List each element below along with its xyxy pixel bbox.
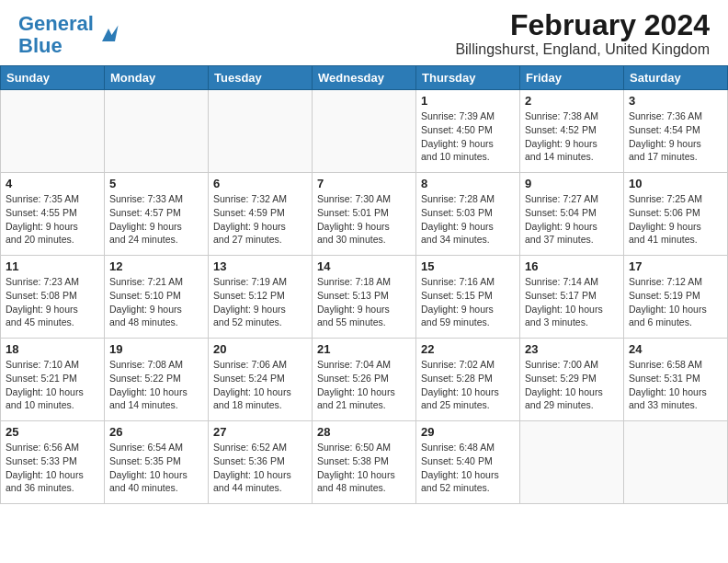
- day-info: Sunrise: 6:48 AM Sunset: 5:40 PM Dayligh…: [421, 441, 515, 495]
- calendar-cell: 13Sunrise: 7:19 AM Sunset: 5:12 PM Dayli…: [209, 256, 313, 339]
- day-info: Sunrise: 6:50 AM Sunset: 5:38 PM Dayligh…: [317, 441, 411, 495]
- day-number: 5: [109, 177, 203, 190]
- day-number: 13: [213, 259, 307, 273]
- calendar-cell: 16Sunrise: 7:14 AM Sunset: 5:17 PM Dayli…: [520, 256, 624, 339]
- calendar-week-row: 11Sunrise: 7:23 AM Sunset: 5:08 PM Dayli…: [1, 256, 728, 339]
- calendar-cell: 26Sunrise: 6:54 AM Sunset: 5:35 PM Dayli…: [105, 421, 209, 504]
- calendar-cell: 23Sunrise: 7:00 AM Sunset: 5:29 PM Dayli…: [520, 339, 624, 421]
- calendar-cell: 15Sunrise: 7:16 AM Sunset: 5:15 PM Dayli…: [416, 256, 520, 339]
- svg-marker-0: [102, 26, 119, 42]
- day-info: Sunrise: 7:00 AM Sunset: 5:29 PM Dayligh…: [525, 358, 619, 412]
- day-number: 17: [629, 259, 722, 273]
- day-info: Sunrise: 7:02 AM Sunset: 5:28 PM Dayligh…: [421, 358, 515, 412]
- day-number: 27: [213, 425, 307, 439]
- day-number: 23: [525, 342, 619, 356]
- title-section: February 2024 Billingshurst, England, Un…: [455, 9, 710, 58]
- day-number: 7: [317, 177, 411, 190]
- day-info: Sunrise: 7:08 AM Sunset: 5:22 PM Dayligh…: [109, 358, 203, 412]
- day-info: Sunrise: 6:52 AM Sunset: 5:36 PM Dayligh…: [213, 441, 307, 495]
- calendar-cell: 10Sunrise: 7:25 AM Sunset: 5:06 PM Dayli…: [624, 173, 728, 256]
- calendar-table: SundayMondayTuesdayWednesdayThursdayFrid…: [0, 65, 728, 504]
- day-number: 11: [6, 259, 99, 273]
- day-info: Sunrise: 7:38 AM Sunset: 4:52 PM Dayligh…: [525, 109, 619, 164]
- day-info: Sunrise: 7:39 AM Sunset: 4:50 PM Dayligh…: [421, 109, 515, 164]
- weekday-header-tuesday: Tuesday: [209, 66, 313, 90]
- calendar-cell: 18Sunrise: 7:10 AM Sunset: 5:21 PM Dayli…: [1, 339, 105, 421]
- day-info: Sunrise: 6:58 AM Sunset: 5:31 PM Dayligh…: [629, 358, 722, 412]
- calendar-cell: 27Sunrise: 6:52 AM Sunset: 5:36 PM Dayli…: [209, 421, 313, 504]
- weekday-header-saturday: Saturday: [624, 66, 728, 90]
- day-number: 22: [421, 342, 515, 356]
- day-info: Sunrise: 7:06 AM Sunset: 5:24 PM Dayligh…: [213, 358, 307, 412]
- day-info: Sunrise: 7:12 AM Sunset: 5:19 PM Dayligh…: [629, 275, 722, 329]
- calendar-header-row: SundayMondayTuesdayWednesdayThursdayFrid…: [1, 66, 728, 90]
- day-number: 3: [629, 94, 722, 108]
- day-number: 16: [525, 259, 619, 273]
- day-info: Sunrise: 7:10 AM Sunset: 5:21 PM Dayligh…: [6, 358, 99, 412]
- month-year-title: February 2024: [455, 9, 710, 41]
- calendar-cell: 8Sunrise: 7:28 AM Sunset: 5:03 PM Daylig…: [416, 173, 520, 256]
- day-info: Sunrise: 6:54 AM Sunset: 5:35 PM Dayligh…: [109, 441, 203, 495]
- calendar-cell: 3Sunrise: 7:36 AM Sunset: 4:54 PM Daylig…: [624, 90, 728, 173]
- calendar-cell: 20Sunrise: 7:06 AM Sunset: 5:24 PM Dayli…: [209, 339, 313, 421]
- weekday-header-sunday: Sunday: [1, 66, 105, 90]
- day-number: 20: [213, 342, 307, 356]
- day-info: Sunrise: 7:14 AM Sunset: 5:17 PM Dayligh…: [525, 275, 619, 329]
- location-subtitle: Billingshurst, England, United Kingdom: [455, 41, 710, 58]
- day-info: Sunrise: 7:18 AM Sunset: 5:13 PM Dayligh…: [317, 275, 411, 329]
- day-number: 28: [317, 425, 411, 439]
- calendar-cell: 5Sunrise: 7:33 AM Sunset: 4:57 PM Daylig…: [105, 173, 209, 256]
- calendar-cell: [624, 421, 728, 504]
- calendar-cell: 29Sunrise: 6:48 AM Sunset: 5:40 PM Dayli…: [416, 421, 520, 504]
- day-info: Sunrise: 7:04 AM Sunset: 5:26 PM Dayligh…: [317, 358, 411, 412]
- logo: General Blue: [18, 13, 121, 57]
- day-number: 24: [629, 342, 722, 356]
- day-info: Sunrise: 7:16 AM Sunset: 5:15 PM Dayligh…: [421, 275, 515, 329]
- calendar-cell: 14Sunrise: 7:18 AM Sunset: 5:13 PM Dayli…: [313, 256, 416, 339]
- logo-line1: General: [18, 12, 94, 35]
- day-info: Sunrise: 7:33 AM Sunset: 4:57 PM Dayligh…: [109, 192, 203, 247]
- day-number: 6: [213, 177, 307, 190]
- day-number: 8: [421, 177, 515, 190]
- day-info: Sunrise: 7:28 AM Sunset: 5:03 PM Dayligh…: [421, 192, 515, 247]
- day-number: 15: [421, 259, 515, 273]
- calendar-cell: 6Sunrise: 7:32 AM Sunset: 4:59 PM Daylig…: [209, 173, 313, 256]
- day-info: Sunrise: 7:23 AM Sunset: 5:08 PM Dayligh…: [6, 275, 99, 329]
- calendar-cell: 19Sunrise: 7:08 AM Sunset: 5:22 PM Dayli…: [105, 339, 209, 421]
- calendar-cell: 2Sunrise: 7:38 AM Sunset: 4:52 PM Daylig…: [520, 90, 624, 173]
- calendar-week-row: 4Sunrise: 7:35 AM Sunset: 4:55 PM Daylig…: [1, 173, 728, 256]
- calendar-week-row: 18Sunrise: 7:10 AM Sunset: 5:21 PM Dayli…: [1, 339, 728, 421]
- day-number: 21: [317, 342, 411, 356]
- day-number: 1: [421, 94, 515, 108]
- day-number: 18: [6, 342, 99, 356]
- calendar-cell: [209, 90, 313, 173]
- day-info: Sunrise: 7:27 AM Sunset: 5:04 PM Dayligh…: [525, 192, 619, 247]
- weekday-header-wednesday: Wednesday: [313, 66, 416, 90]
- calendar-cell: [1, 90, 105, 173]
- calendar-cell: 12Sunrise: 7:21 AM Sunset: 5:10 PM Dayli…: [105, 256, 209, 339]
- calendar-cell: 4Sunrise: 7:35 AM Sunset: 4:55 PM Daylig…: [1, 173, 105, 256]
- weekday-header-thursday: Thursday: [416, 66, 520, 90]
- logo-text: General Blue: [18, 13, 94, 57]
- weekday-header-monday: Monday: [105, 66, 209, 90]
- calendar-cell: 1Sunrise: 7:39 AM Sunset: 4:50 PM Daylig…: [416, 90, 520, 173]
- calendar-cell: 9Sunrise: 7:27 AM Sunset: 5:04 PM Daylig…: [520, 173, 624, 256]
- day-info: Sunrise: 7:25 AM Sunset: 5:06 PM Dayligh…: [629, 192, 722, 247]
- day-number: 25: [6, 425, 99, 439]
- day-number: 12: [109, 259, 203, 273]
- calendar-week-row: 25Sunrise: 6:56 AM Sunset: 5:33 PM Dayli…: [1, 421, 728, 504]
- day-number: 14: [317, 259, 411, 273]
- weekday-header-friday: Friday: [520, 66, 624, 90]
- day-info: Sunrise: 7:35 AM Sunset: 4:55 PM Dayligh…: [6, 192, 99, 247]
- calendar-cell: 24Sunrise: 6:58 AM Sunset: 5:31 PM Dayli…: [624, 339, 728, 421]
- calendar-cell: 21Sunrise: 7:04 AM Sunset: 5:26 PM Dayli…: [313, 339, 416, 421]
- day-number: 29: [421, 425, 515, 439]
- day-number: 10: [629, 177, 722, 190]
- day-info: Sunrise: 7:30 AM Sunset: 5:01 PM Dayligh…: [317, 192, 411, 247]
- day-info: Sunrise: 7:21 AM Sunset: 5:10 PM Dayligh…: [109, 275, 203, 329]
- calendar-cell: 11Sunrise: 7:23 AM Sunset: 5:08 PM Dayli…: [1, 256, 105, 339]
- day-number: 2: [525, 94, 619, 108]
- logo-bird-icon: [96, 22, 121, 48]
- calendar-cell: 22Sunrise: 7:02 AM Sunset: 5:28 PM Dayli…: [416, 339, 520, 421]
- calendar-cell: [313, 90, 416, 173]
